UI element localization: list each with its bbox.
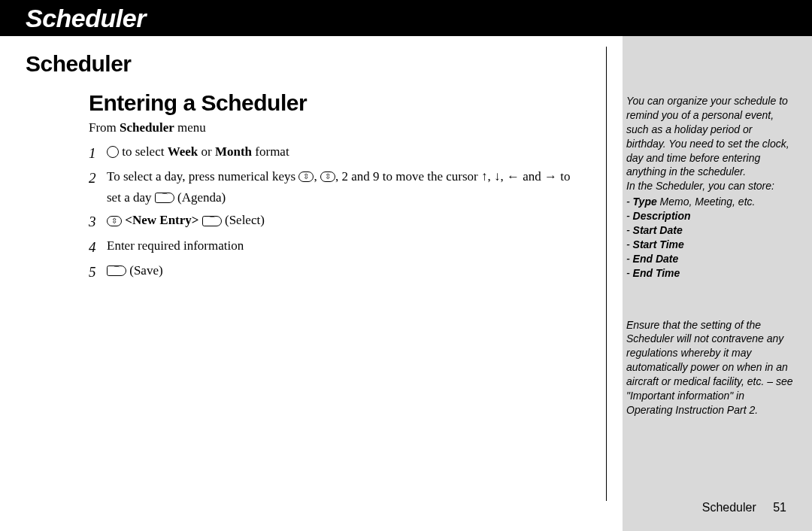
step-number: 3 [89,210,107,233]
store-item: Start Date [626,223,793,238]
step-plain: format [252,144,289,159]
step-number: 5 [89,260,107,284]
step-plain: (Agenda) [174,190,226,205]
store-item-label: End Time [633,267,680,279]
step-bold: <New Entry> [125,213,198,227]
page-number: 51 [773,501,786,514]
main-heading: Entering a Scheduler [89,90,307,116]
updown-key-icon [320,171,335,182]
step-text: Enter required information [107,235,585,259]
step-row: 3 <New Entry> (Select) [89,210,585,233]
store-item-suffix: Memo, Meeting, etc. [657,196,756,208]
section-label: Scheduler [26,51,132,77]
step-bold: Month [215,144,252,159]
footer-label: Scheduler [702,501,756,514]
soft-key-icon [155,193,174,203]
from-suffix: menu [174,120,206,135]
updown-key-icon [107,216,122,226]
store-item-label: Start Date [633,224,683,236]
header-title: Scheduler [26,4,146,33]
step-text: to select Week or Month format [107,141,585,165]
from-prefix: From [89,120,120,135]
step-text: To select a day, press numerical keys , … [107,166,585,208]
step-number: 2 [89,166,107,208]
step-plain: or [198,144,215,159]
side-intro: You can organize your schedule to remind… [626,94,793,179]
step-row: 4Enter required information [89,235,585,259]
step-number: 1 [89,141,107,165]
step-plain: , [314,169,320,184]
store-item: Type Memo, Meeting, etc. [626,195,793,209]
step-row: 2To select a day, press numerical keys ,… [89,166,585,208]
vertical-rule [606,47,607,501]
step-plain: Enter required information [107,238,244,253]
soft-key-icon [202,216,222,226]
store-item-label: End Date [633,253,679,265]
store-item: End Time [626,266,793,281]
step-plain: to select [119,144,168,159]
page-header: Scheduler [0,0,812,36]
updown-key-icon [298,171,314,182]
store-item: Description [626,209,793,223]
from-line: From Scheduler menu [89,120,206,135]
direction-key-icon [107,146,119,158]
soft-key-icon [107,266,126,276]
step-number: 4 [89,235,107,259]
content: Scheduler Entering a Scheduler From Sche… [0,36,623,531]
step-text: (Save) [107,260,585,284]
step-plain: (Select) [222,213,265,227]
store-item: End Date [626,252,793,266]
store-item-label: Description [633,210,691,222]
page-footer: Scheduler 51 [702,501,786,514]
store-item-label: Type [633,196,657,208]
step-text: <New Entry> (Select) [107,210,585,233]
step-plain: To select a day, press numerical keys [107,169,298,184]
step-row: 5 (Save) [89,260,585,284]
store-item-label: Start Time [633,238,684,250]
step-row: 1 to select Week or Month format [89,141,585,165]
step-plain: (Save) [126,263,163,278]
from-bold: Scheduler [120,120,174,135]
side-store-intro: In the Scheduler, you can store: [626,179,793,193]
side-warning: Ensure that the setting of the Scheduler… [626,318,793,417]
step-bold: Week [168,144,198,159]
steps-list: 1 to select Week or Month format2To sele… [89,141,585,285]
store-list: Type Memo, Meeting, etc.DescriptionStart… [626,195,793,280]
store-item: Start Time [626,238,793,252]
side-notes: You can organize your schedule to remind… [626,94,793,417]
